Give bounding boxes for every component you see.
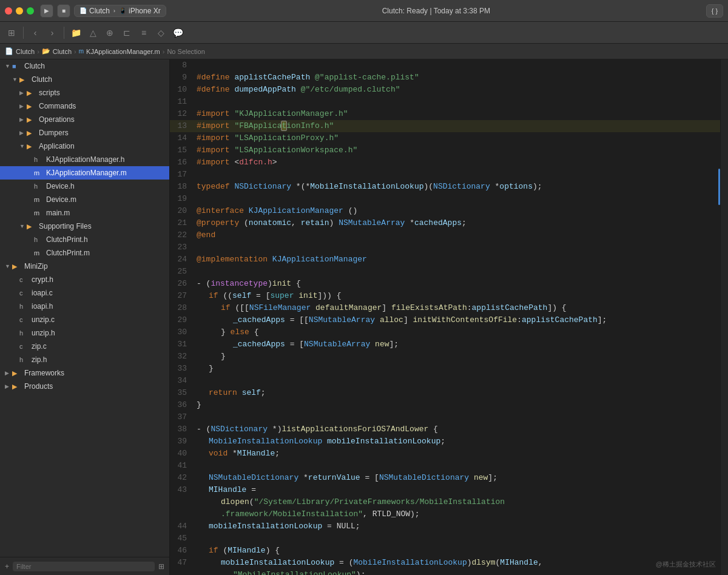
sidebar-item-supporting-files[interactable]: ▼ ▶ Supporting Files bbox=[0, 220, 169, 233]
device-name: iPhone Xr bbox=[129, 7, 161, 15]
expand-arrow: ▶ bbox=[5, 383, 12, 389]
line-21: 21 @property (nonatomic, retain) NSMutab… bbox=[170, 217, 728, 229]
line-43: 43 MIHandle = bbox=[170, 484, 728, 496]
filter-input[interactable] bbox=[13, 562, 155, 571]
sidebar-item-main-m[interactable]: m main.m bbox=[0, 206, 169, 220]
titlebar: ▶ ■ 📄 Clutch › 📱 iPhone Xr Clutch: Ready… bbox=[0, 0, 728, 22]
folder-icon[interactable]: 📁 bbox=[69, 26, 83, 39]
sidebar-item-zip-c[interactable]: c zip.c bbox=[0, 340, 169, 353]
minimize-button[interactable] bbox=[16, 7, 23, 15]
line-45: 45 bbox=[170, 533, 728, 545]
h-file-icon: h bbox=[19, 356, 29, 363]
diff-icon[interactable]: ⊏ bbox=[120, 26, 133, 39]
main-layout: ▼ ■ Clutch ▼ ▶ Clutch ▶ ▶ scripts ▶ ▶ Co… bbox=[0, 59, 728, 575]
sidebar-item-operations[interactable]: ▶ ▶ Operations bbox=[0, 113, 169, 126]
fullscreen-button[interactable] bbox=[27, 7, 34, 15]
line-11: 11 bbox=[170, 96, 728, 108]
code-editor[interactable]: 8 9 #define applistCachePath @"applist-c… bbox=[170, 59, 728, 575]
sidebar-group-minizip[interactable]: ▼ ▶ MiniZip bbox=[0, 260, 169, 273]
collapse-arrow: ▼ bbox=[19, 223, 27, 229]
folder-icon: ▶ bbox=[27, 129, 36, 137]
comment-icon[interactable]: 💬 bbox=[171, 26, 184, 39]
sidebar-group-clutch[interactable]: ▼ ▶ Clutch bbox=[0, 73, 169, 86]
line-47b: "MobileInstallationLookup"); bbox=[170, 569, 728, 575]
sidebar-item-ioapi-h[interactable]: h ioapi.h bbox=[0, 300, 169, 313]
sidebar-item-products[interactable]: ▶ ▶ Products bbox=[0, 380, 169, 393]
sidebar-item-kjappmgr-h[interactable]: h KJApplicationManager.h bbox=[0, 153, 169, 166]
expand-arrow: ▶ bbox=[19, 90, 27, 96]
sidebar-item-zip-h[interactable]: h zip.h bbox=[0, 353, 169, 366]
folder-icon: ▶ bbox=[27, 223, 36, 230]
line-26: 26 - (instancetype)init { bbox=[170, 278, 728, 290]
scheme-selector[interactable]: 📄 Clutch › 📱 iPhone Xr bbox=[74, 5, 166, 17]
c-file-icon: c bbox=[19, 289, 29, 297]
expand-arrow: ▶ bbox=[19, 116, 27, 123]
sidebar-item-unzip-c[interactable]: c unzip.c bbox=[0, 313, 169, 326]
stop-button[interactable]: ■ bbox=[57, 4, 70, 18]
sidebar-item-kjappmgr-m[interactable]: m KJApplicationManager.m bbox=[0, 166, 169, 180]
expand-arrow: ▶ bbox=[19, 103, 27, 109]
sidebar-item-root[interactable]: ▼ ■ Clutch bbox=[0, 59, 169, 73]
expand-arrow: ▶ bbox=[19, 130, 27, 136]
back-icon[interactable]: ‹ bbox=[29, 26, 42, 39]
line-29: 29 _cachedApps = [[NSMutableArray alloc]… bbox=[170, 314, 728, 326]
breadcrumb-xcode: 📄 Clutch bbox=[5, 47, 35, 55]
grid-icon[interactable]: ⊞ bbox=[5, 26, 18, 39]
toolbar-separator-2 bbox=[64, 27, 64, 39]
sidebar-item-clutchprint-m[interactable]: m ClutchPrint.m bbox=[0, 246, 169, 260]
sidebar-item-frameworks[interactable]: ▶ ▶ Frameworks bbox=[0, 366, 169, 380]
code-review-button[interactable]: { } bbox=[706, 4, 723, 18]
sort-icon[interactable]: ⊞ bbox=[158, 562, 164, 571]
breadcrumb-clutch-group[interactable]: 📂 Clutch bbox=[42, 47, 72, 55]
folder-icon: ▶ bbox=[12, 383, 22, 391]
m-file-icon: m bbox=[34, 196, 44, 203]
sidebar-item-device-m[interactable]: m Device.m bbox=[0, 193, 169, 206]
line-12: 12 #import "KJApplicationManager.h" bbox=[170, 108, 728, 120]
list-icon[interactable]: ≡ bbox=[137, 26, 150, 39]
line-41: 41 bbox=[170, 460, 728, 472]
code-area[interactable]: 8 9 #define applistCachePath @"applist-c… bbox=[170, 59, 728, 575]
code-table: 8 9 #define applistCachePath @"applist-c… bbox=[170, 59, 728, 575]
sidebar-item-label: Clutch bbox=[24, 62, 45, 70]
location-icon[interactable]: ⊕ bbox=[103, 26, 116, 39]
sidebar-item-commands[interactable]: ▶ ▶ Commands bbox=[0, 99, 169, 113]
warning-icon[interactable]: △ bbox=[86, 26, 99, 39]
line-30: 30 } else { bbox=[170, 326, 728, 338]
line-38: 38 - (NSDictionary *)listApplicationsFor… bbox=[170, 423, 728, 435]
line-27: 27 if ((self = [super init])) { bbox=[170, 290, 728, 302]
line-28: 28 if ([[NSFileManager defaultManager] f… bbox=[170, 302, 728, 314]
h-file-icon: h bbox=[34, 236, 44, 243]
add-icon[interactable]: + bbox=[5, 562, 9, 571]
line-36: 36 } bbox=[170, 399, 728, 411]
line-33: 33 } bbox=[170, 363, 728, 375]
titlebar-status: Clutch: Ready | Today at 3:38 PM bbox=[166, 7, 706, 15]
line-35: 35 return self; bbox=[170, 387, 728, 399]
sidebar-item-device-h[interactable]: h Device.h bbox=[0, 180, 169, 193]
line-40: 40 void *MIHandle; bbox=[170, 448, 728, 460]
line-18: 18 typedef NSDictionary *(*MobileInstall… bbox=[170, 181, 728, 193]
line-22: 22 @end bbox=[170, 229, 728, 241]
close-button[interactable] bbox=[5, 7, 12, 15]
sidebar-item-application[interactable]: ▼ ▶ Application bbox=[0, 140, 169, 153]
sidebar-item-unzip-h[interactable]: h unzip.h bbox=[0, 326, 169, 340]
run-button[interactable]: ▶ bbox=[40, 4, 53, 18]
forward-icon[interactable]: › bbox=[46, 26, 59, 39]
c-file-icon: c bbox=[19, 343, 29, 350]
sidebar-item-dumpers[interactable]: ▶ ▶ Dumpers bbox=[0, 126, 169, 140]
sidebar-footer: + ⊞ bbox=[0, 557, 169, 575]
breadcrumb-file[interactable]: m KJApplicationManager.m bbox=[79, 48, 160, 55]
line-46: 46 if (MIHandle) { bbox=[170, 545, 728, 557]
sidebar-item-scripts[interactable]: ▶ ▶ scripts bbox=[0, 86, 169, 99]
collapse-arrow: ▼ bbox=[19, 143, 27, 149]
git-icon[interactable]: ◇ bbox=[154, 26, 167, 39]
sidebar-item-crypt-h[interactable]: c crypt.h bbox=[0, 273, 169, 286]
expand-arrow: ▼ bbox=[12, 76, 19, 82]
sidebar-item-clutchprint-h[interactable]: h ClutchPrint.h bbox=[0, 233, 169, 246]
titlebar-right: { } bbox=[706, 4, 723, 18]
line-20: 20 @interface KJApplicationManager () bbox=[170, 205, 728, 217]
line-10: 10 #define dumpedAppPath @"/etc/dumped.c… bbox=[170, 84, 728, 96]
sidebar-item-ioapi-c[interactable]: c ioapi.c bbox=[0, 286, 169, 300]
line-14: 14 #import "LSApplicationProxy.h" bbox=[170, 132, 728, 144]
sidebar-item-clutch-label: Clutch bbox=[32, 75, 52, 84]
line-13: 13 #import "FBApplicationInfo.h" bbox=[170, 120, 728, 132]
